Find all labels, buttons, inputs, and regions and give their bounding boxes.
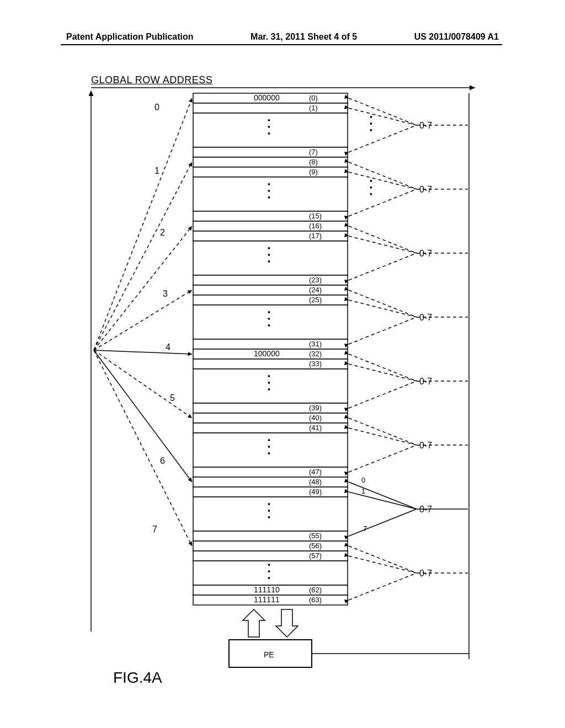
svg-text:(0): (0): [309, 94, 318, 102]
svg-text:(62): (62): [309, 586, 322, 594]
svg-text:0-7: 0-7: [419, 313, 432, 322]
svg-rect-26: [193, 275, 348, 285]
svg-text:0-7: 0-7: [419, 121, 432, 130]
svg-text:(40): (40): [309, 414, 322, 422]
svg-line-106: [349, 108, 417, 125]
svg-rect-65: [193, 487, 348, 497]
svg-text:(25): (25): [309, 296, 322, 304]
svg-rect-33: [193, 285, 348, 295]
svg-text:0-7: 0-7: [419, 569, 432, 578]
svg-text:(24): (24): [309, 286, 322, 294]
svg-text:(55): (55): [309, 532, 322, 540]
svg-text:0-7: 0-7: [419, 377, 432, 386]
svg-rect-57: [193, 467, 348, 477]
svg-text:(15): (15): [309, 212, 322, 220]
svg-text:2: 2: [160, 228, 165, 237]
svg-text:111111: 111111: [254, 595, 280, 604]
svg-rect-45: [193, 369, 348, 403]
svg-line-113: [349, 162, 417, 189]
svg-text:•: •: [370, 126, 372, 135]
svg-line-123: [349, 253, 417, 280]
svg-line-132: [349, 364, 417, 381]
svg-text:•: •: [268, 574, 270, 582]
header-left: Patent Application Publication: [66, 32, 194, 42]
svg-rect-14: [193, 167, 348, 177]
diagram-title: GLOBAL ROW ADDRESS: [91, 74, 212, 86]
svg-line-150: [349, 556, 417, 573]
svg-rect-56: [193, 433, 348, 467]
memory-table: 000000 (0) (1) (7) ••• (8) (9) (15) •••: [193, 93, 348, 605]
svg-text:(23): (23): [309, 276, 322, 284]
svg-rect-54: [193, 413, 348, 423]
svg-text:0: 0: [154, 103, 159, 112]
svg-line-88: [94, 98, 192, 350]
svg-text:(32): (32): [309, 350, 322, 358]
svg-line-121: [349, 226, 417, 253]
svg-line-133: [349, 381, 417, 408]
svg-text:(49): (49): [309, 488, 322, 496]
svg-text:(41): (41): [309, 424, 322, 432]
pe-block: PE: [229, 609, 469, 667]
svg-text:0-7: 0-7: [419, 249, 432, 258]
svg-text:3: 3: [163, 289, 168, 298]
svg-rect-67: [193, 531, 348, 541]
svg-line-115: [349, 189, 417, 216]
svg-text:(8): (8): [309, 158, 318, 166]
svg-text:(16): (16): [309, 222, 322, 230]
svg-text:(9): (9): [309, 168, 318, 176]
svg-line-93: [94, 350, 192, 418]
svg-text:1: 1: [361, 487, 365, 495]
svg-line-136: [349, 418, 417, 445]
svg-text:000000: 000000: [254, 93, 280, 102]
left-fan: 0 1 2 3 4 5 6 7: [94, 98, 192, 546]
svg-text:•: •: [268, 449, 270, 458]
svg-text:(7): (7): [309, 148, 318, 156]
figure-4a: GLOBAL ROW ADDRESS FIG.4A: [88, 80, 486, 703]
header-center: Mar. 31, 2011 Sheet 4 of 5: [250, 32, 357, 42]
header-right: US 2011/0078409 A1: [414, 32, 499, 42]
svg-rect-66: [193, 497, 348, 531]
svg-text:4: 4: [166, 342, 170, 352]
svg-line-131: [349, 354, 417, 381]
svg-line-90: [94, 226, 192, 350]
svg-rect-76: [193, 561, 348, 585]
svg-text:0: 0: [361, 476, 365, 484]
figure-label: FIG.4A: [113, 669, 162, 687]
header-rule: [61, 44, 502, 45]
svg-text:(1): (1): [309, 104, 318, 112]
svg-text:5: 5: [170, 393, 175, 403]
svg-text:7: 7: [363, 524, 367, 533]
svg-line-95: [94, 350, 192, 546]
svg-rect-35: [193, 305, 348, 339]
svg-rect-55: [193, 423, 348, 433]
svg-line-122: [349, 236, 417, 253]
svg-line-151: [349, 573, 417, 600]
svg-line-138: [349, 445, 417, 472]
svg-line-127: [349, 300, 417, 317]
svg-text:(48): (48): [309, 478, 322, 486]
svg-text:•: •: [370, 190, 372, 199]
svg-line-105: [349, 98, 417, 125]
svg-line-149: [349, 546, 417, 573]
svg-text:•: •: [268, 385, 270, 394]
svg-text:PE: PE: [264, 650, 274, 659]
svg-rect-36: [193, 339, 348, 349]
svg-text:(56): (56): [309, 542, 322, 550]
right-fans: 0-7 ••• 0-7 ••• 0-: [349, 93, 469, 659]
svg-rect-4: [193, 113, 348, 147]
svg-line-128: [349, 317, 417, 344]
svg-text:•: •: [268, 321, 270, 330]
svg-text:•: •: [268, 513, 270, 522]
svg-text:0-7: 0-7: [419, 505, 432, 514]
svg-rect-46: [193, 403, 348, 413]
svg-rect-23: [193, 221, 348, 231]
svg-rect-15: [193, 177, 348, 211]
svg-line-92: [94, 350, 192, 354]
svg-text:•: •: [268, 193, 270, 202]
svg-rect-75: [193, 551, 348, 561]
svg-line-137: [349, 428, 417, 445]
svg-line-143: [349, 509, 417, 536]
svg-line-91: [94, 290, 192, 350]
svg-text:(33): (33): [309, 360, 322, 368]
svg-line-114: [349, 172, 417, 189]
